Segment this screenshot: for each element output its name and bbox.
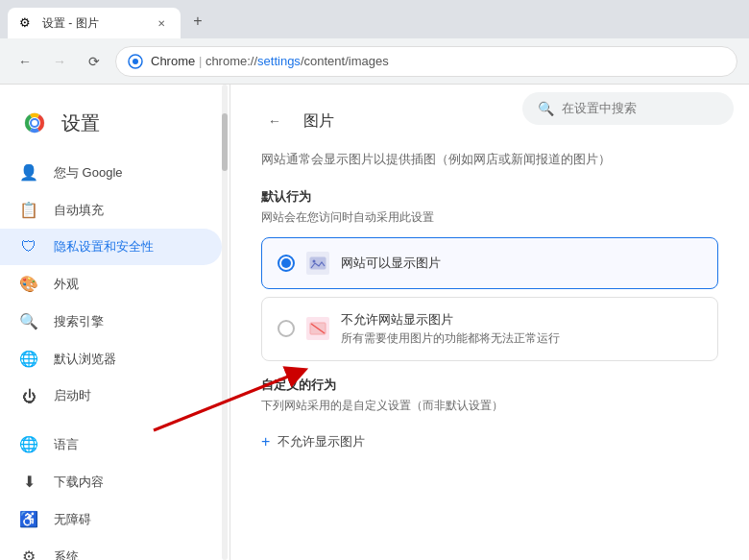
sidebar-label-google: 您与 Google	[54, 164, 123, 182]
default-browser-icon: 🌐	[19, 350, 38, 368]
back-to-content-settings[interactable]: ←	[261, 108, 288, 134]
tab-bar: ⚙ 设置 - 图片 ✕ +	[0, 0, 749, 38]
new-tab-button[interactable]: +	[184, 8, 211, 35]
tab-favicon: ⚙	[19, 15, 35, 31]
settings-header: 设置	[0, 92, 230, 154]
option-allow-images[interactable]: 网站可以显示图片	[261, 237, 718, 289]
sidebar-scrollbar-thumb	[222, 113, 228, 171]
content-area: 设置 👤 您与 Google 📋 自动填充 🛡 隐私设置和安全性 🎨 外观 🔍	[0, 85, 749, 560]
custom-disallow-label: 不允许显示图片	[278, 433, 365, 450]
tab-title: 设置 - 图片	[42, 15, 146, 32]
sidebar-item-default-browser[interactable]: 🌐 默认浏览器	[0, 340, 222, 377]
default-behavior-section: 默认行为 网站会在您访问时自动采用此设置	[261, 188, 718, 361]
settings-search-container: 🔍 在设置中搜索	[522, 92, 734, 125]
refresh-button[interactable]: ⟳	[81, 48, 108, 75]
sidebar-label-default-browser: 默认浏览器	[54, 351, 116, 368]
language-icon: 🌐	[19, 435, 38, 453]
block-option-sub: 所有需要使用图片的功能都将无法正常运行	[341, 330, 702, 347]
page-description: 网站通常会显示图片以提供插图（例如网店或新闻报道的图片）	[261, 150, 718, 169]
address-text: Chrome | chrome://settings/content/image…	[151, 54, 389, 68]
sidebar: 设置 👤 您与 Google 📋 自动填充 🛡 隐私设置和安全性 🎨 外观 🔍	[0, 85, 230, 560]
custom-section: 自定义的行为 下列网站采用的是自定义设置（而非默认设置） + 不允许显示图片	[261, 377, 718, 458]
svg-point-8	[313, 259, 316, 262]
custom-sub: 下列网站采用的是自定义设置（而非默认设置）	[261, 398, 718, 414]
svg-point-6	[32, 120, 37, 126]
startup-icon: ⏻	[19, 388, 38, 404]
sidebar-item-search[interactable]: 🔍 搜索引擎	[0, 303, 222, 340]
add-custom-icon: +	[261, 433, 270, 450]
sidebar-label-appearance: 外观	[54, 276, 79, 293]
site-security-icon	[128, 54, 143, 69]
svg-point-1	[133, 59, 138, 64]
allow-option-text: 网站可以显示图片	[341, 255, 702, 272]
block-image-svg	[309, 322, 326, 335]
block-option-text: 不允许网站显示图片 所有需要使用图片的功能都将无法正常运行	[341, 311, 702, 347]
autofill-icon: 📋	[19, 201, 38, 219]
address-settings: settings	[257, 54, 301, 68]
settings-search-bar[interactable]: 🔍 在设置中搜索	[522, 92, 734, 125]
image-svg	[309, 256, 326, 270]
allow-option-title: 网站可以显示图片	[341, 255, 702, 272]
sidebar-label-autofill: 自动填充	[54, 202, 104, 219]
sidebar-label-search: 搜索引擎	[54, 313, 104, 330]
custom-label: 自定义的行为	[261, 377, 718, 394]
accessibility-icon: ♿	[19, 510, 38, 528]
image-icon	[306, 252, 329, 275]
search-icon: 🔍	[538, 101, 554, 116]
appearance-icon: 🎨	[19, 275, 38, 293]
address-scheme: chrome://	[205, 54, 257, 68]
option-block-images[interactable]: 不允许网站显示图片 所有需要使用图片的功能都将无法正常运行	[261, 297, 718, 361]
sidebar-item-autofill[interactable]: 📋 自动填充	[0, 191, 222, 229]
search-engine-icon: 🔍	[19, 312, 38, 330]
sidebar-item-language[interactable]: 🌐 语言	[0, 426, 222, 463]
sidebar-item-system[interactable]: ⚙ 系统	[0, 538, 222, 560]
sidebar-item-privacy[interactable]: 🛡 隐私设置和安全性	[0, 229, 222, 265]
back-button[interactable]: ←	[12, 48, 38, 75]
block-image-icon	[306, 317, 329, 340]
downloads-icon: ⬇	[19, 473, 38, 491]
system-icon: ⚙	[19, 548, 38, 560]
sidebar-scrollbar[interactable]	[222, 85, 228, 560]
sidebar-label-downloads: 下载内容	[54, 474, 104, 491]
block-option-title: 不允许网站显示图片	[341, 311, 702, 329]
settings-title: 设置	[61, 110, 100, 136]
nav-bar: ← → ⟳ Chrome | chrome://settings/content…	[0, 38, 749, 85]
sidebar-item-startup[interactable]: ⏻ 启动时	[0, 377, 222, 414]
sidebar-item-accessibility[interactable]: ♿ 无障碍	[0, 500, 222, 538]
privacy-icon: 🛡	[19, 238, 38, 256]
sidebar-item-appearance[interactable]: 🎨 外观	[0, 265, 222, 303]
sidebar-label-startup: 启动时	[54, 387, 91, 404]
browser-frame: ⚙ 设置 - 图片 ✕ + ← → ⟳ Chrome | chrome://se…	[0, 0, 749, 560]
sidebar-label-language: 语言	[54, 436, 79, 453]
custom-disallow-item[interactable]: + 不允许显示图片	[261, 426, 718, 458]
radio-allow	[278, 255, 295, 272]
sidebar-label-privacy: 隐私设置和安全性	[54, 238, 154, 256]
forward-button[interactable]: →	[46, 48, 73, 75]
chrome-logo	[19, 108, 50, 138]
default-behavior-sub: 网站会在您访问时自动采用此设置	[261, 209, 718, 226]
main-content: ← 图片 网站通常会显示图片以提供插图（例如网店或新闻报道的图片） 默认行为 网…	[230, 85, 749, 560]
sidebar-label-accessibility: 无障碍	[54, 511, 91, 528]
address-path: /content/images	[301, 54, 389, 68]
default-behavior-label: 默认行为	[261, 188, 718, 206]
page-title: 图片	[303, 111, 334, 132]
active-tab[interactable]: ⚙ 设置 - 图片 ✕	[8, 8, 181, 38]
google-icon: 👤	[19, 163, 38, 182]
sidebar-label-system: 系统	[54, 548, 79, 561]
sidebar-item-google[interactable]: 👤 您与 Google	[0, 154, 222, 191]
sidebar-item-downloads[interactable]: ⬇ 下载内容	[0, 463, 222, 500]
tab-close-button[interactable]: ✕	[154, 15, 169, 31]
address-separator: |	[199, 54, 205, 68]
search-placeholder: 在设置中搜索	[562, 100, 637, 117]
address-brand: Chrome	[151, 54, 195, 68]
radio-allow-inner	[281, 258, 291, 268]
radio-block	[278, 320, 295, 337]
address-bar[interactable]: Chrome | chrome://settings/content/image…	[115, 46, 737, 77]
